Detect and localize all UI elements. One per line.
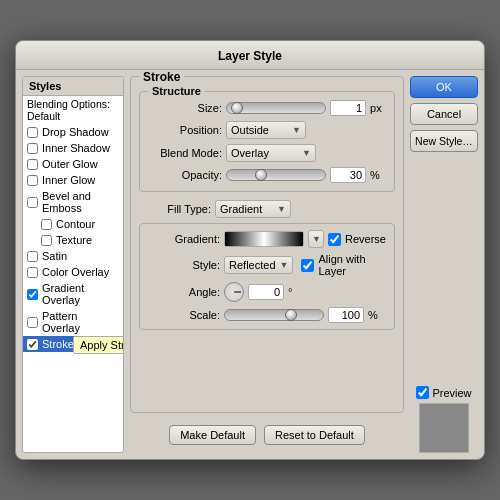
- opacity-input[interactable]: [330, 167, 366, 183]
- pattern-overlay-checkbox[interactable]: [27, 317, 38, 328]
- angle-dial[interactable]: [224, 282, 244, 302]
- position-label: Position:: [150, 124, 222, 136]
- fill-type-row: Fill Type: Gradient ▼: [139, 200, 395, 218]
- blend-mode-row: Blend Mode: Overlay ▼: [150, 144, 384, 162]
- inner-shadow-checkbox[interactable]: [27, 143, 38, 154]
- sidebar-item-color-overlay[interactable]: Color Overlay: [23, 264, 123, 280]
- outer-glow-checkbox[interactable]: [27, 159, 38, 170]
- position-row: Position: Outside ▼: [150, 121, 384, 139]
- inner-shadow-label: Inner Shadow: [42, 142, 110, 154]
- reverse-label: Reverse: [345, 233, 386, 245]
- opacity-slider-thumb: [255, 169, 267, 181]
- stroke-tooltip: Apply Stroke Effect: [73, 336, 124, 354]
- sidebar-item-satin[interactable]: Satin: [23, 248, 123, 264]
- sidebar-item-gradient-overlay[interactable]: Gradient Overlay: [23, 280, 123, 308]
- style-arrow-icon: ▼: [280, 260, 289, 270]
- blend-mode-value: Overlay: [231, 147, 269, 159]
- stroke-section-title: Stroke: [139, 70, 184, 84]
- opacity-slider[interactable]: [226, 169, 326, 181]
- reset-to-default-button[interactable]: Reset to Default: [264, 425, 365, 445]
- bevel-checkbox[interactable]: [27, 197, 38, 208]
- size-slider[interactable]: [226, 102, 326, 114]
- angle-label: Angle:: [148, 286, 220, 298]
- size-unit: px: [370, 102, 382, 114]
- layer-style-dialog: Layer Style Styles Blending Options: Def…: [15, 40, 485, 460]
- sidebar-item-inner-glow[interactable]: Inner Glow: [23, 172, 123, 188]
- reverse-row: Reverse: [328, 233, 386, 246]
- sidebar-item-contour[interactable]: Contour: [23, 216, 123, 232]
- gradient-overlay-label: Gradient Overlay: [42, 282, 117, 306]
- outer-glow-label: Outer Glow: [42, 158, 98, 170]
- fill-type-section: Fill Type: Gradient ▼ Gradient: ▼: [139, 200, 395, 330]
- sidebar-item-outer-glow[interactable]: Outer Glow: [23, 156, 123, 172]
- sidebar-item-pattern-overlay[interactable]: Pattern Overlay: [23, 308, 123, 336]
- right-panel: OK Cancel New Style… Preview: [410, 76, 478, 453]
- stroke-label: Stroke: [42, 338, 74, 350]
- style-row: Style: Reflected ▼ Align with Layer: [148, 253, 386, 277]
- gradient-arrow-icon: ▼: [312, 234, 321, 244]
- satin-checkbox[interactable]: [27, 251, 38, 262]
- style-label: Style:: [148, 259, 220, 271]
- new-style-button[interactable]: New Style…: [410, 130, 478, 152]
- size-input[interactable]: [330, 100, 366, 116]
- contour-checkbox[interactable]: [41, 219, 52, 230]
- preview-checkbox[interactable]: [416, 386, 429, 399]
- cancel-button[interactable]: Cancel: [410, 103, 478, 125]
- blending-label: Blending Options: Default: [27, 98, 117, 122]
- sidebar-item-inner-shadow[interactable]: Inner Shadow: [23, 140, 123, 156]
- blend-mode-label: Blend Mode:: [150, 147, 222, 159]
- gradient-label: Gradient:: [148, 233, 220, 245]
- fill-type-value: Gradient: [220, 203, 262, 215]
- blend-mode-arrow-icon: ▼: [302, 148, 311, 158]
- structure-title: Structure: [148, 85, 205, 97]
- texture-checkbox[interactable]: [41, 235, 52, 246]
- stroke-section: Stroke Structure Size: px: [130, 76, 404, 413]
- fill-type-label: Fill Type:: [139, 203, 211, 215]
- style-select[interactable]: Reflected ▼: [224, 256, 293, 274]
- preview-swatch: [419, 403, 469, 453]
- gradient-select-arrow[interactable]: ▼: [308, 230, 324, 248]
- angle-input[interactable]: [248, 284, 284, 300]
- scale-unit: %: [368, 309, 378, 321]
- main-panel: Stroke Structure Size: px: [130, 76, 404, 453]
- stroke-checkbox[interactable]: [27, 339, 38, 350]
- scale-label: Scale:: [148, 309, 220, 321]
- blend-mode-select[interactable]: Overlay ▼: [226, 144, 316, 162]
- satin-label: Satin: [42, 250, 67, 262]
- preview-row: Preview: [416, 386, 471, 399]
- color-overlay-label: Color Overlay: [42, 266, 109, 278]
- style-value: Reflected: [229, 259, 275, 271]
- position-value: Outside: [231, 124, 269, 136]
- scale-slider[interactable]: [224, 309, 324, 321]
- drop-shadow-checkbox[interactable]: [27, 127, 38, 138]
- sidebar-item-texture[interactable]: Texture: [23, 232, 123, 248]
- inner-glow-checkbox[interactable]: [27, 175, 38, 186]
- preview-area: Preview: [410, 386, 478, 453]
- pattern-overlay-label: Pattern Overlay: [42, 310, 117, 334]
- align-layer-label: Align with Layer: [318, 253, 386, 277]
- fill-type-arrow-icon: ▼: [277, 204, 286, 214]
- fill-type-select[interactable]: Gradient ▼: [215, 200, 291, 218]
- inner-glow-label: Inner Glow: [42, 174, 95, 186]
- angle-unit: °: [288, 286, 292, 298]
- scale-input[interactable]: [328, 307, 364, 323]
- styles-header: Styles: [23, 77, 123, 96]
- ok-button[interactable]: OK: [410, 76, 478, 98]
- sidebar-item-blending[interactable]: Blending Options: Default: [23, 96, 123, 124]
- position-select[interactable]: Outside ▼: [226, 121, 306, 139]
- left-panel: Styles Blending Options: Default Drop Sh…: [22, 76, 124, 453]
- gradient-overlay-checkbox[interactable]: [27, 289, 38, 300]
- gradient-preview[interactable]: [224, 231, 304, 247]
- dialog-title: Layer Style: [16, 41, 484, 70]
- reverse-checkbox[interactable]: [328, 233, 341, 246]
- scale-slider-thumb: [285, 309, 297, 321]
- scale-row: Scale: %: [148, 307, 386, 323]
- color-overlay-checkbox[interactable]: [27, 267, 38, 278]
- sidebar-item-drop-shadow[interactable]: Drop Shadow: [23, 124, 123, 140]
- opacity-row: Opacity: %: [150, 167, 384, 183]
- size-label: Size:: [150, 102, 222, 114]
- align-layer-checkbox[interactable]: [301, 259, 314, 272]
- preview-label: Preview: [432, 387, 471, 399]
- make-default-button[interactable]: Make Default: [169, 425, 256, 445]
- sidebar-item-bevel[interactable]: Bevel and Emboss: [23, 188, 123, 216]
